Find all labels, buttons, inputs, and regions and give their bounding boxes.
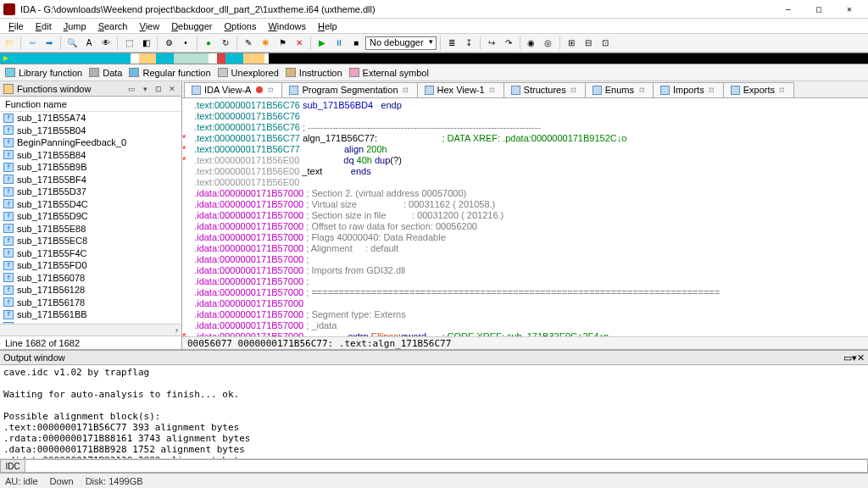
menu-help[interactable]: Help	[313, 20, 342, 32]
tab-hex-view-1[interactable]: Hex View-1⊡	[417, 82, 504, 97]
disasm-line[interactable]: .text:0000000171B56C76 ; ---------------…	[182, 122, 868, 133]
disasm-line[interactable]: .idata:0000000171B57000 ; Section size i…	[182, 210, 868, 221]
disasm-line[interactable]: .idata:0000000171B57000 ; Flags 40000040…	[182, 232, 868, 243]
disasm-line[interactable]: .text:0000000171B56C76	[182, 111, 868, 122]
function-row[interactable]: fsub_171B55D9C	[0, 210, 181, 223]
function-row[interactable]: fsub_171B55E88	[0, 223, 181, 236]
menu-file[interactable]: File	[3, 20, 29, 32]
disasm-line[interactable]: .idata:0000000171B57000 ;	[182, 254, 868, 265]
pane-dock-icon[interactable]: ⊡	[153, 83, 164, 95]
function-row[interactable]: fBeginPanningFeedback_0	[0, 136, 181, 149]
dot1-icon[interactable]: •	[178, 36, 193, 51]
scroll-right-hint[interactable]: ›	[0, 324, 181, 336]
function-row[interactable]: fsub_171B561BB	[0, 308, 181, 321]
tab-close-icon[interactable]: ⊡	[637, 86, 646, 94]
function-row[interactable]: fsub_171B55D4C	[0, 198, 181, 211]
back-icon[interactable]: ⬅	[25, 36, 40, 51]
menu-options[interactable]: Options	[219, 20, 261, 32]
disasm-line[interactable]: .idata:0000000171B57000 ; _idata	[182, 320, 868, 331]
tab-imports[interactable]: Imports⊡	[653, 82, 724, 97]
tab-close-icon[interactable]: ⊡	[778, 86, 787, 94]
disasm-line[interactable]: .text:0000000171B56E00	[182, 177, 868, 188]
flag-icon[interactable]: ⚑	[275, 36, 290, 51]
disasm-line[interactable]: .idata:0000000171B57000 ; Section 2. (vi…	[182, 188, 868, 199]
bp2-icon[interactable]: ◎	[541, 36, 556, 51]
maximize-button[interactable]: □	[804, 1, 834, 18]
output-command-input[interactable]	[25, 459, 868, 473]
disasm-line[interactable]: .text:0000000171B56C76 sub_171B56BD4 end…	[182, 100, 868, 111]
menu-view[interactable]: View	[135, 20, 165, 32]
tab-enums[interactable]: Enums⊡	[585, 82, 654, 97]
tool1-icon[interactable]: ≣	[444, 36, 459, 51]
pane-menu-icon[interactable]: ▾	[139, 83, 151, 95]
disasm-line[interactable]: .idata:0000000171B57000 ;	[182, 276, 868, 287]
search-icon[interactable]: 🔍	[64, 36, 80, 51]
play-icon[interactable]: ▶	[314, 36, 330, 51]
functions-list[interactable]: fsub_171B55A74fsub_171B55B04fBeginPannin…	[0, 112, 181, 324]
stop-icon[interactable]: ■	[348, 36, 364, 51]
disasm-line[interactable]: .idata:0000000171B57000	[182, 298, 868, 309]
disasm-line[interactable]: * .text:0000000171B56E00 dq 40h dup(?)	[182, 155, 868, 166]
tab-ida-view-a[interactable]: IDA View-A⊡	[184, 82, 282, 97]
run-icon[interactable]: ⚙	[161, 36, 176, 51]
tab-close-icon[interactable]: ⊡	[266, 86, 275, 94]
hex-icon[interactable]: ⬚	[121, 36, 136, 51]
tab-structures[interactable]: Structures⊡	[504, 82, 586, 97]
disasm-line[interactable]: .idata:0000000171B57000 ; Alignment : de…	[182, 243, 868, 254]
go-icon[interactable]: ●	[201, 36, 216, 51]
disassembly-view[interactable]: .text:0000000171B56C76 sub_171B56BD4 end…	[182, 98, 868, 336]
menu-search[interactable]: Search	[93, 20, 133, 32]
menu-edit[interactable]: Edit	[31, 20, 57, 32]
function-row[interactable]: fsub_171B55B9B	[0, 161, 181, 174]
menu-windows[interactable]: Windows	[263, 20, 311, 32]
x1-icon[interactable]: ⊞	[564, 36, 579, 51]
disasm-line[interactable]: .text:0000000171B56E00 _text ends	[182, 166, 868, 177]
x2-icon[interactable]: ⊟	[581, 36, 596, 51]
disasm-line[interactable]: .idata:0000000171B57000 ; Imports from G…	[182, 265, 868, 276]
function-row[interactable]: fsub_171B55B04	[0, 125, 181, 137]
tool2-icon[interactable]: ↧	[461, 36, 476, 51]
step-icon[interactable]: ↪	[484, 36, 499, 51]
disasm-line[interactable]: .idata:0000000171B57000 ; Offset to raw …	[182, 221, 868, 232]
function-row[interactable]: fsub_171B56078	[0, 272, 181, 285]
disasm-line[interactable]: * .text:0000000171B56C77 align 200h	[182, 144, 868, 155]
tab-close-icon[interactable]: ⊡	[402, 86, 410, 94]
navigation-band[interactable]: ▸	[0, 53, 868, 64]
reload-icon[interactable]: ↻	[218, 36, 233, 51]
menu-debugger[interactable]: Debugger	[166, 20, 217, 32]
close-button[interactable]: ✕	[834, 1, 865, 18]
function-row[interactable]: fsub_171B55F4C	[0, 247, 181, 260]
function-row[interactable]: fsub_171B55B84	[0, 149, 181, 162]
tab-program-segmentation[interactable]: Program Segmentation⊡	[281, 82, 417, 97]
output-close-icon[interactable]: ✕	[857, 352, 865, 363]
forward-icon[interactable]: ➡	[42, 36, 57, 51]
bp-icon[interactable]: ◉	[524, 36, 539, 51]
output-body[interactable]: cave.idc v1.02 by trapflag Waiting for a…	[0, 365, 868, 458]
text-icon[interactable]: A	[81, 36, 97, 51]
function-row[interactable]: fsub_171B55BF4	[0, 174, 181, 186]
function-row[interactable]: fsub_171B55FD0	[0, 259, 181, 272]
function-row[interactable]: fsub_171B55D37	[0, 186, 181, 198]
binoculars-icon[interactable]: 👁	[98, 36, 114, 51]
functions-column-header[interactable]: Function name	[0, 97, 181, 112]
function-row[interactable]: fsub_171B56128	[0, 284, 181, 297]
graph-icon[interactable]: ◧	[138, 36, 153, 51]
output-prompt-label[interactable]: IDC	[0, 459, 25, 473]
disasm-line[interactable]: .idata:0000000171B57000 ; Virtual size :…	[182, 199, 868, 210]
open-icon[interactable]: 📁	[2, 36, 17, 51]
disasm-line[interactable]: .idata:0000000171B57000 ; ==============…	[182, 287, 868, 298]
script-icon[interactable]: ✱	[258, 36, 273, 51]
note-icon[interactable]: ✎	[241, 36, 256, 51]
x3-icon[interactable]: ⊡	[598, 36, 613, 51]
delete-icon[interactable]: ✕	[292, 36, 307, 51]
tab-close-icon[interactable]: ⊡	[708, 86, 716, 94]
stepover-icon[interactable]: ↷	[501, 36, 516, 51]
function-row[interactable]: fsub_171B55EC8	[0, 235, 181, 247]
output-undock-icon[interactable]: ▭	[843, 352, 852, 363]
pause-icon[interactable]: ⏸	[331, 36, 347, 51]
tab-close-icon[interactable]: ⊡	[488, 86, 497, 94]
menu-jump[interactable]: Jump	[58, 20, 92, 32]
pane-undock-icon[interactable]: ▭	[125, 83, 137, 95]
disasm-line[interactable]: .idata:0000000171B57000 ; Segment type: …	[182, 309, 868, 320]
function-row[interactable]: fsub_171B56178	[0, 297, 181, 309]
